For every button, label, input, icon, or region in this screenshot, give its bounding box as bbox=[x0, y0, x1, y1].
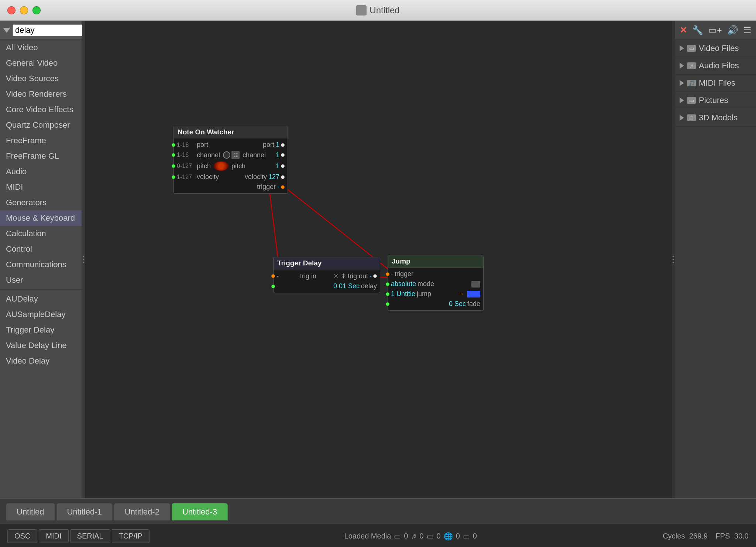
sidebar-item-midi[interactable]: MIDI bbox=[0, 179, 82, 195]
node-row-jump-fade: 0 Sec fade bbox=[388, 299, 483, 309]
collapse-icon-pictures bbox=[680, 97, 684, 103]
serial-badge[interactable]: SERIAL bbox=[70, 529, 110, 543]
right-panel-3d-models[interactable]: ◻ 3D Models bbox=[675, 109, 756, 127]
loaded-media-item: Loaded Media ▭ 0 ♬ 0 ▭ 0 🌐 0 ▭ 0 bbox=[344, 532, 477, 541]
tab-untitled-3[interactable]: Untitled-3 bbox=[172, 503, 228, 520]
right-panel-audio-files[interactable]: ♬ Audio Files bbox=[675, 57, 756, 75]
sidebar-item-video-sources[interactable]: Video Sources bbox=[0, 71, 82, 86]
port-label-velocity: velocity bbox=[197, 173, 219, 181]
sidebar-result-trigger-delay[interactable]: Trigger Delay bbox=[0, 322, 82, 338]
sidebar-item-freeframe[interactable]: FreeFrame bbox=[0, 133, 82, 148]
canvas-area[interactable]: Note On Watcher 1-16 port port 1 1-16 ch… bbox=[85, 21, 672, 498]
jump-trigger-dash: - bbox=[391, 270, 393, 278]
sidebar-item-freeframe-gl[interactable]: FreeFrame GL bbox=[0, 148, 82, 164]
tabs-bar: Untitled Untitled-1 Untitled-2 Untitled-… bbox=[0, 498, 756, 525]
audio-value: 0 bbox=[419, 532, 423, 540]
search-bar: x 📷 ► bbox=[0, 21, 82, 40]
mode-icon bbox=[471, 281, 480, 288]
right-panel-audio-button[interactable]: 🔊 bbox=[726, 24, 740, 36]
resize-dot bbox=[83, 256, 84, 257]
loaded-media-icon: ▭ bbox=[394, 532, 401, 541]
video-files-icon: ▭ bbox=[687, 45, 696, 52]
sidebar-item-core-video-effects[interactable]: Core Video Effects bbox=[0, 102, 82, 117]
tcp-ip-badge[interactable]: TCP/IP bbox=[112, 529, 150, 543]
port-input-dot-jump-fade bbox=[386, 302, 389, 306]
sidebar-result-au-sample-delay[interactable]: AUSampleDelay bbox=[0, 307, 82, 322]
close-button[interactable] bbox=[7, 6, 16, 14]
collapse-icon-audio-files bbox=[680, 63, 684, 69]
window-controls bbox=[7, 6, 41, 14]
right-panel-video-files[interactable]: ▭ Video Files bbox=[675, 40, 756, 57]
right-panel-resize-handle[interactable] bbox=[672, 21, 675, 498]
node-row-trig-in: - trig in ✳ ✳ trig out - bbox=[274, 271, 380, 281]
jump-mode-label: mode bbox=[417, 280, 434, 288]
sidebar-item-communications[interactable]: Communications bbox=[0, 257, 82, 272]
port-range-pitch: 0-127 bbox=[177, 163, 195, 169]
port-out-value-velocity: 127 bbox=[268, 173, 279, 181]
sidebar-item-audio[interactable]: Audio bbox=[0, 164, 82, 179]
port-out-value-trigger: - bbox=[277, 183, 279, 191]
port-out-label-trigger: trigger bbox=[257, 183, 276, 191]
trigger-delay-title: Trigger Delay bbox=[274, 257, 380, 269]
port-out-label-pitch: pitch bbox=[231, 162, 245, 170]
pictures-icon: ▭ bbox=[687, 97, 696, 104]
sidebar-item-user[interactable]: User bbox=[0, 272, 82, 288]
osc-badge[interactable]: OSC bbox=[7, 529, 37, 543]
trig-in-label: trig in bbox=[300, 272, 316, 280]
audio-files-label: Audio Files bbox=[699, 61, 739, 70]
right-panel-close-button[interactable]: ✕ bbox=[678, 24, 688, 36]
node-row-velocity: 1-127 velocity velocity 127 bbox=[174, 172, 288, 182]
port-input-dot-pitch bbox=[172, 164, 175, 168]
video-value: 0 bbox=[437, 532, 441, 540]
sidebar-item-video-renderers[interactable]: Video Renderers bbox=[0, 86, 82, 102]
tab-untitled-2[interactable]: Untitled-2 bbox=[114, 503, 170, 520]
window-title: Untitled bbox=[370, 5, 399, 16]
sidebar-item-general-video[interactable]: General Video bbox=[0, 55, 82, 71]
sidebar-item-all-video[interactable]: All Video bbox=[0, 40, 82, 55]
midi-badge[interactable]: MIDI bbox=[39, 529, 68, 543]
right-panel-pictures[interactable]: ▭ Pictures bbox=[675, 92, 756, 109]
sidebar-item-calculation[interactable]: Calculation bbox=[0, 226, 82, 241]
jump-node[interactable]: Jump - trigger absolute mode 1 Untitle bbox=[388, 255, 484, 311]
tab-untitled-1[interactable]: Untitled-1 bbox=[56, 503, 113, 520]
collapse-icon-midi-files bbox=[680, 80, 684, 86]
network-value: 0 bbox=[456, 532, 460, 540]
right-panel-more-button[interactable]: ☰ bbox=[742, 24, 753, 36]
right-panel-add-video-button[interactable]: ▭+ bbox=[707, 24, 724, 36]
sidebar-item-quartz-composer[interactable]: Quartz Composer bbox=[0, 117, 82, 133]
sidebar-result-au-delay[interactable]: AUDelay bbox=[0, 291, 82, 307]
sidebar-result-value-delay-line[interactable]: Value Delay Line bbox=[0, 338, 82, 353]
port-out-value-channel: 1 bbox=[276, 151, 279, 159]
tab-untitled[interactable]: Untitled bbox=[6, 503, 55, 520]
minimize-button[interactable] bbox=[20, 6, 28, 14]
resize-dot bbox=[673, 256, 674, 257]
dropdown-arrow-icon[interactable] bbox=[3, 28, 10, 33]
jump-trigger-label: trigger bbox=[395, 270, 413, 278]
port-label-port: port bbox=[197, 141, 208, 149]
note-on-watcher-node[interactable]: Note On Watcher 1-16 port port 1 1-16 ch… bbox=[173, 126, 288, 194]
right-panel-wrench-icon[interactable]: 🔧 bbox=[691, 24, 705, 36]
right-panel-midi-files[interactable]: 🎵 MIDI Files bbox=[675, 75, 756, 92]
maximize-button[interactable] bbox=[32, 6, 41, 14]
cycles-fps-display: Cycles 269.9 FPS 30.0 bbox=[663, 532, 749, 540]
port-input-dot-port bbox=[172, 143, 175, 147]
settings-icon: ☷ bbox=[231, 151, 240, 159]
port-out-label-velocity: velocity bbox=[245, 173, 267, 181]
node-row-channel: 1-16 channel ☷ channel 1 bbox=[174, 150, 288, 160]
sidebar-item-mouse-keyboard[interactable]: Mouse & Keyboard bbox=[0, 210, 82, 226]
sidebar-item-control[interactable]: Control bbox=[0, 241, 82, 257]
main-layout: x 📷 ► All Video General Video Video Sour… bbox=[0, 21, 756, 498]
audio-icon: ♬ bbox=[411, 532, 416, 540]
right-panel-header: ✕ 🔧 ▭+ 🔊 ☰ bbox=[675, 21, 756, 40]
delay-value: 0.01 Sec bbox=[333, 282, 360, 290]
screen-icon: ▭ bbox=[463, 532, 470, 541]
sidebar-item-generators[interactable]: Generators bbox=[0, 195, 82, 210]
category-list: All Video General Video Video Sources Vi… bbox=[0, 40, 82, 498]
node-row-jump-trigger: - trigger bbox=[388, 269, 483, 279]
sidebar-resize-handle[interactable] bbox=[82, 21, 85, 498]
delay-label: delay bbox=[361, 282, 377, 290]
sidebar-divider bbox=[0, 289, 82, 290]
sidebar-result-video-delay[interactable]: Video Delay bbox=[0, 353, 82, 369]
port-output-dot-port bbox=[281, 143, 285, 147]
trigger-delay-node[interactable]: Trigger Delay - trig in ✳ ✳ trig out - 0… bbox=[273, 257, 380, 293]
